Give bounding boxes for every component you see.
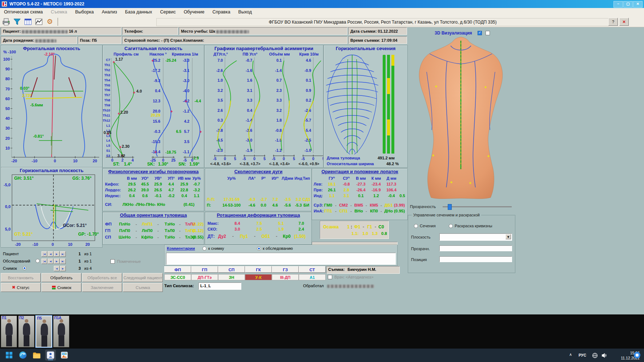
- sagittal-plane-panel: Сагиттальная плоскостьПрофиль смНаклон °…: [102, 45, 204, 168]
- minimize-button[interactable]: –: [613, 1, 623, 8]
- nav-button[interactable]: ▶|: [60, 259, 66, 264]
- chevron-down-icon[interactable]: ▾: [506, 234, 511, 239]
- table-header: ЛДмм: [282, 176, 293, 180]
- button-0-row1[interactable]: Восстановить: [1, 273, 41, 282]
- torso-3d-render[interactable]: [408, 36, 514, 200]
- toolbar-close-button[interactable]: ✕: [619, 18, 629, 26]
- network-icon[interactable]: [592, 352, 598, 359]
- explorer-icon[interactable]: [31, 350, 42, 361]
- table-header: В мм: [127, 176, 137, 180]
- menu-item-database[interactable]: База данных: [121, 8, 156, 17]
- tick-value: -1.4: [275, 68, 282, 73]
- button-3-row1[interactable]: Следующий пациент: [123, 273, 163, 282]
- menu-item-training[interactable]: Обучение: [180, 8, 208, 17]
- tab-sp[interactable]: СП: [218, 266, 245, 273]
- menu-item-capture[interactable]: Съемка: [47, 8, 71, 17]
- vertebra-label: Th12: [103, 119, 110, 122]
- taskbar: ∧РУС15:2611.12.2022: [0, 349, 644, 362]
- transparency-slider-handle[interactable]: [448, 204, 452, 210]
- nav-button[interactable]: ◀: [48, 251, 53, 257]
- table-cell: СД1: [302, 197, 310, 202]
- menu-item-help[interactable]: Справка: [209, 8, 234, 17]
- x-tick-label: -10: [32, 242, 38, 247]
- paravertebral-charts: ДТУгл,°7.0-2.61.03.23.52.60.3-3.8-4.5-2.…: [205, 45, 323, 167]
- phone-label: Телефон:: [124, 29, 143, 33]
- wtopo-icon[interactable]: [45, 350, 56, 361]
- comment-to-exam-radio[interactable]: [257, 247, 261, 251]
- nav-button[interactable]: ◀: [48, 259, 53, 264]
- photo-thumbnail-П2[interactable]: П2: [18, 316, 35, 347]
- curvature-coloring-radio[interactable]: [449, 224, 453, 228]
- menu-item-analysis[interactable]: Анализ: [98, 8, 121, 17]
- table-cell: -0.4: [388, 194, 395, 198]
- tick-value: 1.8: [276, 118, 282, 122]
- volume-icon[interactable]: [601, 352, 608, 359]
- nav-button[interactable]: ▶: [54, 259, 60, 264]
- position-bar[interactable]: [439, 256, 512, 262]
- photo-thumbnail-П1А[interactable]: П1А: [53, 316, 69, 347]
- tab-gp[interactable]: ГП: [191, 266, 218, 273]
- nav-button[interactable]: |◀: [41, 251, 47, 257]
- transparency-slider[interactable]: [443, 206, 512, 207]
- nav-radio-1[interactable]: [36, 259, 40, 263]
- tab-fp[interactable]: ФП: [164, 266, 191, 273]
- photo-thumbnail-П1[interactable]: П1: [1, 316, 17, 347]
- settings-icon[interactable]: ⚙: [45, 17, 55, 26]
- button-1-row1[interactable]: Обработать: [41, 273, 81, 282]
- vertebra-label: S1: [106, 149, 110, 152]
- close-button[interactable]: ✕: [633, 1, 643, 8]
- orientation-code: КфНо: [141, 235, 153, 239]
- tab-gk[interactable]: ГК: [245, 266, 272, 273]
- annotation-value: 20.29: [151, 113, 160, 117]
- menu-bar: Оптическая схемаСъемкаВыборкаАнализБаза …: [0, 8, 644, 17]
- scoliosis-type-input[interactable]: L-1_L: [198, 282, 241, 290]
- chart-icon[interactable]: [34, 17, 44, 26]
- filter-icon[interactable]: [12, 17, 22, 26]
- menu-item-service[interactable]: Сервис: [156, 8, 180, 17]
- button-2-row2[interactable]: Заключение: [82, 283, 122, 292]
- button-2-row1[interactable]: Обработать все: [82, 273, 122, 282]
- language-indicator[interactable]: РУС: [579, 353, 586, 357]
- trunk-orientation-panel: Общая ориентация туловищаФППлНоЛпП1ТэНоТ…: [102, 212, 204, 245]
- viz3d-checkbox[interactable]: [478, 31, 482, 35]
- edge-icon[interactable]: [17, 350, 28, 361]
- autodiagnosis-checkbox[interactable]: [328, 275, 332, 279]
- menu-item-exit[interactable]: Выход: [234, 8, 256, 17]
- help-button[interactable]: ?: [608, 18, 618, 26]
- tab-st[interactable]: СТ: [299, 266, 326, 273]
- button-1-row2[interactable]: Снимок: [41, 283, 81, 292]
- nav-button[interactable]: ▶|: [60, 251, 66, 257]
- chart-label: GH: 3.51°: [14, 176, 34, 181]
- nav-button[interactable]: ▶: [54, 251, 60, 257]
- photo-thumbnail-П5[interactable]: П5: [36, 316, 52, 347]
- x-tick-label: 0: [283, 156, 285, 161]
- viz3d-extra-checkbox[interactable]: [486, 31, 490, 35]
- nav-button[interactable]: |◀: [41, 259, 47, 264]
- comment-to-photo-radio[interactable]: [202, 247, 206, 251]
- print-icon[interactable]: [1, 17, 11, 26]
- nav-button[interactable]: ▶: [60, 266, 66, 271]
- plane-dropdown[interactable]: ▾: [439, 233, 512, 241]
- start-icon[interactable]: [4, 350, 15, 361]
- tab-gz[interactable]: ГЗ: [272, 266, 299, 273]
- button-0-row2[interactable]: ✖Статус: [1, 283, 41, 292]
- maximize-button[interactable]: ▢: [623, 1, 633, 8]
- table-header: ИУ°: [271, 176, 278, 180]
- table-cell: 26.2: [128, 188, 136, 192]
- marked-checkbox[interactable]: [110, 259, 115, 264]
- comments-input[interactable]: [166, 253, 396, 265]
- button-3-row2[interactable]: Съемка: [123, 283, 163, 292]
- menu-item-optical-scheme[interactable]: Оптическая схема: [0, 8, 47, 17]
- posture-index: 1.3: [372, 231, 378, 236]
- tray-chevron-icon[interactable]: ∧: [569, 352, 572, 357]
- photos-icon[interactable]: [59, 350, 70, 361]
- dash: -: [363, 224, 364, 229]
- columns-icon[interactable]: [23, 17, 33, 26]
- nav-radio-2[interactable]: [23, 266, 27, 270]
- sections-radio[interactable]: [414, 224, 418, 228]
- menu-item-selection[interactable]: Выборка: [71, 8, 98, 17]
- transparency2-bar[interactable]: [439, 245, 512, 251]
- notification-icon[interactable]: [634, 352, 640, 358]
- nav-button[interactable]: ◀: [54, 266, 60, 271]
- button-label: Снимок: [57, 285, 72, 290]
